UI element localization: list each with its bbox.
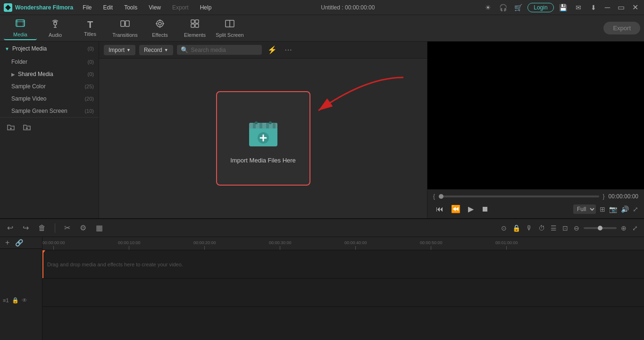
toolbar-transitions[interactable]: Transitions <box>109 17 142 40</box>
track1-visible-icon[interactable]: 👁 <box>22 297 27 304</box>
crop-button[interactable]: ⊡ <box>561 223 569 233</box>
record-button[interactable]: Record ▼ <box>139 45 173 55</box>
import-button[interactable]: Import ▼ <box>104 45 135 55</box>
toolbar-titles[interactable]: T Titles <box>74 17 107 40</box>
frame-back-button[interactable]: ⏪ <box>448 204 463 214</box>
preview-video <box>427 42 644 189</box>
bracket-close: } <box>603 193 605 200</box>
menu-help[interactable]: Help <box>198 3 214 12</box>
redo-button[interactable]: ↪ <box>20 222 31 234</box>
sidebar-item-folder[interactable]: Folder (0) <box>0 56 99 68</box>
transitions-icon <box>120 18 130 31</box>
clip-speed-button[interactable]: ⏱ <box>537 223 546 233</box>
sample-color-count: (25) <box>84 84 94 89</box>
timeline-ruler: 00:00:00:00 00:00:10:00 00:00:20:00 00:0… <box>42 237 644 250</box>
ruler-mark-1: 00:00:10:00 <box>118 240 141 250</box>
toolbar-effects[interactable]: Effects <box>143 17 176 40</box>
voiceover-button[interactable]: 🎙 <box>525 223 534 233</box>
save-icon[interactable]: 💾 <box>558 2 569 13</box>
detach-audio-button[interactable]: 🔒 <box>511 223 522 233</box>
elements-label: Elements <box>184 32 206 38</box>
grid-icon[interactable]: ⋯ <box>283 44 294 55</box>
svg-rect-29 <box>273 123 276 128</box>
play-button[interactable]: ▶ <box>465 204 477 214</box>
app-logo: Wondershare Filmora <box>4 3 73 12</box>
zoom-slider[interactable] <box>584 227 617 229</box>
notification-icon[interactable]: ✉ <box>573 2 584 13</box>
audio-preview-icon[interactable]: 🔊 <box>621 205 629 213</box>
preview-slider[interactable] <box>439 196 599 197</box>
close-button[interactable]: ✕ <box>630 3 640 12</box>
quality-select[interactable]: Full <box>573 204 596 214</box>
search-input[interactable] <box>191 47 258 53</box>
svg-rect-28 <box>266 123 269 128</box>
toolbar-audio[interactable]: Audio <box>39 17 72 40</box>
project-media-header[interactable]: ▼ Project Media (0) <box>0 42 99 56</box>
maximize-button[interactable]: ▭ <box>616 3 627 12</box>
menu-edit[interactable]: Edit <box>101 3 115 12</box>
title-bar-right: ☀ 🎧 🛒 Login 💾 ✉ ⬇ ─ ▭ ✕ <box>482 2 640 13</box>
timeline-area: ↩ ↪ 🗑 ✂ ⚙ ▦ ⊙ 🔒 🎙 ⏱ ☰ ⊡ ⊖ ⊕ ⤢ + <box>0 218 644 340</box>
sidebar-item-sample-green-screen[interactable]: Sample Green Screen (10) <box>0 105 99 117</box>
divider-1 <box>55 223 55 233</box>
snapshot-timeline-button[interactable]: ⊙ <box>500 223 508 233</box>
import-drop-zone[interactable]: Import Media Files Here <box>216 91 310 186</box>
svg-point-11 <box>159 22 161 25</box>
track2-content <box>42 279 644 306</box>
zoom-out-button[interactable]: ⊖ <box>572 223 581 233</box>
import-folder-button[interactable] <box>21 121 33 136</box>
filter-icon[interactable]: ⚡ <box>266 44 279 55</box>
ai-tools-button[interactable]: ☰ <box>549 223 558 233</box>
sidebar-item-sample-color[interactable]: Sample Color (25) <box>0 80 99 93</box>
track1-drag-hint: Drag and drop media and effects here to … <box>47 262 183 267</box>
audio-waveform-button[interactable]: ▦ <box>93 222 105 234</box>
link-tracks-button[interactable]: 🔗 <box>14 238 25 248</box>
headphone-icon[interactable]: 🎧 <box>497 2 509 13</box>
sidebar-item-shared-media[interactable]: ▶ Shared Media (0) <box>0 68 99 80</box>
login-button[interactable]: Login <box>527 3 553 12</box>
preview-panel: { } 00:00:00:00 ⏮ ⏪ ▶ ⏹ Full ⊞ <box>427 42 644 218</box>
project-media-label: Project Media <box>12 45 47 52</box>
expand-button[interactable]: ⤢ <box>631 223 639 233</box>
zoom-in-button[interactable]: ⊕ <box>619 223 628 233</box>
app-logo-icon <box>4 3 12 12</box>
chevron-down-icon: ▼ <box>5 46 9 51</box>
search-box[interactable]: 🔍 <box>177 45 262 55</box>
sidebar-item-sample-video[interactable]: Sample Video (20) <box>0 93 99 105</box>
project-media-count: (0) <box>88 46 94 51</box>
svg-rect-4 <box>16 21 25 22</box>
sun-icon[interactable]: ☀ <box>482 2 493 13</box>
stop-button[interactable]: ⏹ <box>478 204 492 214</box>
svg-point-33 <box>255 121 258 124</box>
sample-green-screen-count: (10) <box>84 108 94 114</box>
sample-video-count: (20) <box>84 96 94 102</box>
svg-rect-17 <box>195 20 199 23</box>
fit-screen-icon[interactable]: ⊞ <box>600 205 605 213</box>
import-drop-zone-text: Import Media Files Here <box>230 157 296 164</box>
add-track-button[interactable]: + <box>4 237 11 248</box>
sidebar-bottom-icons <box>0 117 99 139</box>
adjust-button[interactable]: ⚙ <box>77 222 89 234</box>
undo-button[interactable]: ↩ <box>5 222 16 234</box>
add-folder-button[interactable] <box>5 121 17 136</box>
menu-view[interactable]: View <box>147 3 163 12</box>
menu-export[interactable]: Export <box>170 3 191 12</box>
minimize-button[interactable]: ─ <box>603 3 612 12</box>
download-icon[interactable]: ⬇ <box>588 2 599 13</box>
cut-button[interactable]: ✂ <box>62 222 73 234</box>
import-dropdown-arrow: ▼ <box>126 48 131 52</box>
toolbar-split-screen[interactable]: Split Screen <box>213 17 246 40</box>
track1-lock-icon[interactable]: 🔒 <box>12 297 19 304</box>
toolbar-media[interactable]: Media <box>4 17 37 40</box>
delete-button[interactable]: 🗑 <box>36 222 48 234</box>
step-back-button[interactable]: ⏮ <box>433 204 446 214</box>
main-area: ▼ Project Media (0) Folder (0) ▶ Shared … <box>0 42 644 218</box>
shop-icon[interactable]: 🛒 <box>512 2 524 13</box>
toolbar-elements[interactable]: Elements <box>178 17 211 40</box>
menu-file[interactable]: File <box>81 3 93 12</box>
snapshot-icon[interactable]: 📷 <box>609 205 617 213</box>
menu-tools[interactable]: Tools <box>122 3 139 12</box>
export-button[interactable]: Export <box>603 22 640 34</box>
fullscreen-icon[interactable]: ⤢ <box>633 205 638 213</box>
preview-timeline-bar: { } 00:00:00:00 <box>433 193 638 200</box>
